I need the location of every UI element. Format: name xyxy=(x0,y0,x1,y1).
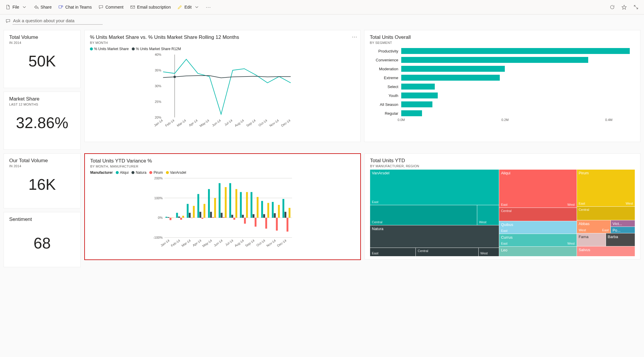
treemap-vanarsdel-west[interactable]: West xyxy=(477,205,499,225)
svg-rect-0 xyxy=(59,6,61,8)
svg-text:Apr-14: Apr-14 xyxy=(188,119,198,127)
treemap-natura-central[interactable]: Central xyxy=(416,248,478,256)
tile-ytd-variance[interactable]: Total Units YTD Variance % BY MONTH, MAN… xyxy=(84,153,361,260)
hbar-label: Select xyxy=(370,85,401,89)
treemap-leo[interactable]: Leo xyxy=(499,247,576,256)
legend-title-label: Manufacturer xyxy=(90,170,113,175)
tile-total-volume[interactable]: Total Volume IN 2014 50K xyxy=(4,30,81,88)
svg-rect-71 xyxy=(246,192,248,218)
treemap-barba[interactable]: Barba xyxy=(606,233,635,246)
hbar-row[interactable]: Productivity xyxy=(370,47,635,55)
hbar-label: Productivity xyxy=(370,49,401,53)
svg-rect-46 xyxy=(193,206,195,218)
card-value: 50K xyxy=(9,52,75,70)
hbar-label: Convenience xyxy=(370,58,401,62)
hbar-row[interactable]: All Season xyxy=(370,100,635,109)
hbar-label: Moderation xyxy=(370,67,401,71)
refresh-icon xyxy=(610,4,615,10)
svg-text:Feb-14: Feb-14 xyxy=(170,239,180,248)
treemap-aliqui-central[interactable]: Central xyxy=(499,208,576,221)
treemap-aliqui[interactable]: Aliqui East West xyxy=(499,170,576,208)
svg-text:Nov-14: Nov-14 xyxy=(266,239,276,248)
svg-text:Sep-14: Sep-14 xyxy=(245,119,256,127)
svg-rect-59 xyxy=(221,213,223,218)
comment-label: Comment xyxy=(105,5,123,9)
teams-icon xyxy=(58,4,64,10)
tile-market-share-line[interactable]: ··· % Units Market Share vs. % Units Mar… xyxy=(84,30,361,142)
chat-teams-button[interactable]: Chat in Teams xyxy=(58,4,92,10)
hbar-row[interactable]: Moderation xyxy=(370,65,635,73)
ellipsis-icon: ··· xyxy=(206,4,211,10)
svg-rect-40 xyxy=(180,218,182,220)
svg-text:Dec-14: Dec-14 xyxy=(276,239,287,248)
svg-rect-91 xyxy=(288,208,290,218)
treemap-vanarsdel-central[interactable]: Central xyxy=(370,205,477,225)
share-label: Share xyxy=(41,5,52,9)
tile-total-units-segment[interactable]: Total Units Overall BY SEGMENT Productiv… xyxy=(364,30,640,142)
svg-rect-54 xyxy=(210,212,212,218)
svg-rect-49 xyxy=(199,212,201,218)
tile-sentiment[interactable]: Sentiment 68 xyxy=(4,212,81,267)
svg-text:20%: 20% xyxy=(155,116,161,119)
chart-sub: BY MANUFACTURER, REGION xyxy=(370,164,635,168)
svg-rect-58 xyxy=(219,183,221,218)
treemap-natura[interactable]: Natura xyxy=(370,225,499,248)
treemap-vict[interactable]: Vict... xyxy=(611,220,635,227)
svg-rect-75 xyxy=(255,218,256,227)
file-menu[interactable]: File xyxy=(5,4,27,10)
treemap-pirum-central[interactable]: Central xyxy=(577,207,635,220)
svg-text:35%: 35% xyxy=(155,68,161,72)
svg-rect-51 xyxy=(204,204,205,218)
svg-rect-45 xyxy=(191,218,193,218)
card-title: Our Total Volume xyxy=(9,158,75,164)
share-button[interactable]: Share xyxy=(34,4,52,10)
hbar-row[interactable]: Convenience xyxy=(370,56,635,64)
line-chart-svg: 20%25%30%35%40%Jan-14Feb-14Mar-14Apr-14M… xyxy=(90,53,355,127)
edit-menu[interactable]: Edit xyxy=(177,4,199,10)
chart-sub: BY MONTH xyxy=(90,41,355,44)
treemap-fama[interactable]: Fama xyxy=(577,233,606,246)
svg-rect-79 xyxy=(263,214,265,218)
hbar-xaxis: 0.0M0.2M0.4M xyxy=(401,118,635,123)
fullscreen-button[interactable] xyxy=(633,4,639,10)
email-sub-button[interactable]: Email subscription xyxy=(130,4,171,10)
more-menu[interactable]: ··· xyxy=(206,4,211,10)
hbar-chart: Productivity Convenience Moderation Extr… xyxy=(370,47,635,118)
svg-text:Oct-14: Oct-14 xyxy=(256,239,266,247)
svg-rect-68 xyxy=(240,192,242,218)
svg-rect-61 xyxy=(225,187,226,218)
svg-rect-65 xyxy=(233,218,235,220)
hbar-label: Extreme xyxy=(370,76,401,80)
treemap-natura-west[interactable]: West xyxy=(479,248,499,256)
hbar-row[interactable]: Extreme xyxy=(370,74,635,82)
svg-text:May-14: May-14 xyxy=(199,119,210,127)
svg-text:Mar-14: Mar-14 xyxy=(176,119,186,127)
treemap-vanarsdel[interactable]: VanArsdel East xyxy=(370,170,499,205)
svg-text:200%: 200% xyxy=(154,176,163,180)
treemap-natura-east[interactable]: East xyxy=(370,248,415,256)
hbar-row[interactable]: Regular xyxy=(370,109,635,117)
svg-text:30%: 30% xyxy=(155,84,161,88)
svg-line-5 xyxy=(636,7,638,9)
svg-point-12 xyxy=(174,76,176,78)
svg-text:Apr-14: Apr-14 xyxy=(192,239,202,247)
qna-input[interactable]: Ask a question about your data xyxy=(12,17,103,25)
tile-options-button[interactable]: ··· xyxy=(352,34,357,40)
tile-market-share[interactable]: Market Share LAST 12 MONTHS 32.86% xyxy=(4,92,81,150)
tile-our-total-volume[interactable]: Our Total Volume IN 2014 16K xyxy=(4,153,81,208)
hbar-row[interactable]: Select xyxy=(370,82,635,91)
tile-treemap[interactable]: Total Units YTD BY MANUFACTURER, REGION … xyxy=(364,153,640,259)
card-title: Market Share xyxy=(9,96,75,102)
treemap-pirum[interactable]: Pirum East West xyxy=(577,170,635,206)
treemap-salvus[interactable]: Salvus xyxy=(577,246,635,256)
hbar-row[interactable]: Youth xyxy=(370,91,635,100)
svg-rect-33 xyxy=(166,217,167,218)
favorite-button[interactable] xyxy=(621,4,627,10)
treemap-currus[interactable]: Currus East West xyxy=(499,234,576,246)
treemap-abbas[interactable]: Abbas West East xyxy=(577,220,610,233)
treemap-quibus[interactable]: Quibus East xyxy=(499,221,576,234)
treemap-po[interactable]: Po... xyxy=(611,227,635,233)
svg-text:-100%: -100% xyxy=(153,236,163,239)
comment-button[interactable]: Comment xyxy=(98,4,123,10)
refresh-button[interactable] xyxy=(610,4,615,10)
